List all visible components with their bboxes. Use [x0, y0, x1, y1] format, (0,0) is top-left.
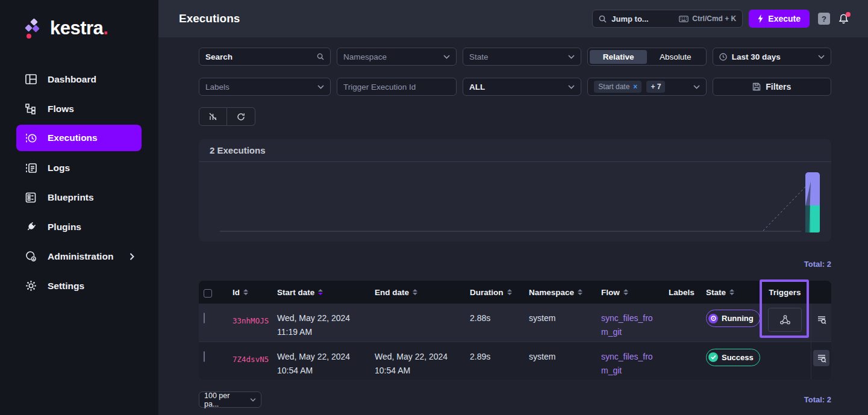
chevron-down-icon [693, 85, 700, 89]
labels-cell [664, 342, 701, 379]
chip-label: Start date [598, 83, 629, 91]
dashboard-icon [24, 73, 37, 86]
row-checkbox[interactable] [204, 313, 205, 323]
toggle-option-relative[interactable]: Relative [590, 50, 647, 64]
executions-count-title: 2 Executions [199, 139, 831, 162]
kestra-logo-icon [23, 16, 43, 40]
column-header-labels: Labels [664, 288, 701, 297]
columns-multiselect[interactable]: Start date × + 7 [587, 78, 706, 96]
column-header-end-date[interactable]: End date [370, 288, 465, 297]
running-state-icon [708, 314, 718, 323]
select-all-checkbox[interactable] [204, 289, 212, 298]
chip-remove-icon[interactable]: × [633, 83, 637, 91]
sidebar-item-flows[interactable]: Flows [16, 94, 142, 123]
refresh-icon [237, 113, 245, 121]
refresh-button[interactable] [227, 107, 255, 126]
execute-button-label: Execute [768, 14, 801, 23]
toggle-option-absolute[interactable]: Absolute [647, 50, 704, 64]
sidebar-item-label: Settings [48, 281, 84, 292]
namespace-cell: system [524, 304, 596, 342]
execution-id[interactable]: 7Z4dsvN5 [228, 342, 272, 379]
save-filters-button[interactable]: Filters [713, 78, 831, 96]
table-header: Id Start date End date Duration Namespac… [199, 281, 831, 304]
content: Namespace State Relative Absolute Last [158, 37, 868, 415]
trigger-button[interactable] [768, 308, 802, 332]
triggers-cell-empty [759, 342, 811, 379]
filters-bar: Namespace State Relative Absolute Last [199, 48, 831, 96]
total-count-bottom: Total: 2 [804, 395, 831, 404]
total-row-top: Total: 2 [199, 258, 831, 269]
sort-icon[interactable] [413, 289, 417, 295]
search-filter[interactable] [199, 48, 331, 66]
sidebar-item-dashboard[interactable]: Dashboard [16, 64, 142, 94]
column-header-namespace[interactable]: Namespace [524, 288, 596, 297]
row-details-button[interactable] [813, 350, 829, 366]
labels-select[interactable]: Labels [199, 78, 331, 96]
sidebar-item-blueprints[interactable]: Blueprints [16, 183, 142, 212]
total-count: Total: 2 [804, 260, 831, 269]
search-filter-input[interactable] [205, 52, 312, 61]
chip-more-count: + 7 [646, 81, 665, 93]
shortcut-label: Ctrl/Cmd + K [692, 14, 736, 23]
pagination-bar: 100 per pa... Total: 2 [199, 392, 831, 408]
per-page-select[interactable]: 100 per pa... [199, 392, 261, 408]
state-cell: Success [701, 342, 759, 379]
sort-icon[interactable] [507, 289, 512, 295]
trigger-execution-id-input[interactable] [343, 83, 450, 92]
jump-to-input[interactable] [611, 14, 667, 23]
success-state-icon [708, 352, 718, 362]
logs-icon [24, 162, 37, 174]
sort-icon-active[interactable] [318, 289, 323, 295]
sidebar-item-settings[interactable]: Settings [16, 271, 142, 301]
kestra-logo[interactable]: kestra. [0, 0, 158, 40]
sidebar: kestra. Dashboard Flows [0, 0, 158, 415]
table-toolbar [199, 107, 831, 126]
namespace-cell: system [524, 342, 596, 379]
help-button[interactable]: ? [818, 13, 830, 25]
scope-value: ALL [469, 83, 563, 92]
state-select[interactable]: State [463, 48, 581, 66]
column-header-state[interactable]: State [701, 288, 759, 297]
state-badge-success: Success [706, 349, 760, 366]
sort-icon[interactable] [578, 289, 582, 295]
sort-icon[interactable] [729, 289, 734, 295]
jump-to-search[interactable]: Ctrl/Cmd + K [592, 10, 743, 28]
namespace-select[interactable]: Namespace [337, 48, 457, 66]
column-header-start-date[interactable]: Start date [272, 288, 370, 297]
save-icon [752, 83, 761, 91]
sort-icon[interactable] [623, 289, 628, 295]
trigger-execution-id-input-wrap[interactable] [337, 78, 457, 96]
execute-button[interactable]: Execute [749, 10, 810, 28]
sidebar-item-label: Executions [48, 133, 98, 143]
per-page-value: 100 per pa... [204, 392, 246, 408]
column-header-flow[interactable]: Flow [596, 288, 664, 297]
sidebar-item-administration[interactable]: Administration [16, 242, 142, 271]
flow-link[interactable]: sync_files_from_git [601, 313, 653, 337]
execution-id[interactable]: 33nhMOJS [228, 304, 272, 342]
flow-link[interactable]: sync_files_from_git [601, 352, 653, 375]
table-row[interactable]: 7Z4dsvN5 Wed, May 22, 202410:54 AM Wed, … [199, 342, 831, 379]
column-header-id[interactable]: Id [228, 288, 272, 297]
page-title: Executions [179, 12, 592, 25]
row-checkbox[interactable] [204, 351, 205, 362]
plugins-icon [24, 221, 37, 233]
date-range-select[interactable]: Last 30 days [713, 48, 831, 66]
sidebar-item-plugins[interactable]: Plugins [16, 212, 142, 242]
sidebar-item-executions[interactable]: Executions [16, 125, 142, 151]
table-row[interactable]: 33nhMOJS Wed, May 22, 202411:19 AM 2.88s… [199, 304, 831, 342]
sidebar-item-logs[interactable]: Logs [16, 153, 142, 183]
sort-icon[interactable] [243, 289, 248, 295]
state-label: Success [722, 351, 754, 364]
flows-icon [24, 103, 37, 115]
labels-placeholder: Labels [205, 83, 313, 92]
sidebar-item-label: Blueprints [48, 192, 94, 203]
row-details-button[interactable] [813, 311, 829, 328]
keyboard-icon [679, 16, 688, 22]
scope-select[interactable]: ALL [463, 78, 581, 96]
chevron-down-icon [250, 398, 256, 402]
column-header-duration[interactable]: Duration [465, 288, 524, 297]
notifications-button[interactable] [838, 13, 849, 25]
toggle-charts-button[interactable] [199, 107, 227, 126]
search-icon [599, 15, 607, 23]
settings-icon [24, 280, 37, 292]
